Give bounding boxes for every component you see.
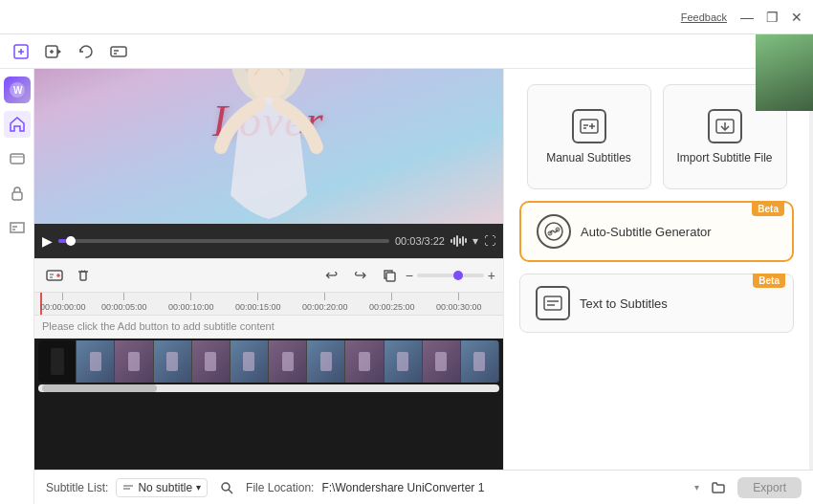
main-area: W	[0, 69, 813, 504]
manual-subtitles-card[interactable]: Manual Subtitles	[527, 84, 651, 189]
subtitle-add-button[interactable]	[42, 263, 67, 288]
auto-subtitle-beta-badge: Beta	[752, 202, 784, 216]
svg-rect-38	[544, 296, 561, 310]
manual-subtitles-label: Manual Subtitles	[546, 151, 631, 164]
subtitle-options-row: Manual Subtitles Import Subtitle File	[519, 84, 794, 189]
subtitle-select-value: No subtitle	[138, 481, 192, 494]
window-controls: — ❐ ✕	[738, 9, 805, 26]
audio-options-button[interactable]: ▾	[472, 234, 478, 248]
video-controls: ▶ 00:03/3:22 ▾	[34, 224, 503, 258]
svg-line-44	[229, 490, 232, 493]
fullscreen-button[interactable]: ⛶	[484, 234, 495, 248]
bottom-bar: Subtitle List: No subtitle ▾ File Locati…	[34, 470, 813, 504]
ruler-mark-5: 00:00:25:00	[369, 293, 415, 312]
thumb-1	[77, 340, 115, 383]
ruler-mark-3: 00:00:15:00	[235, 293, 281, 312]
export-button[interactable]: Export	[737, 477, 802, 498]
refresh-icon[interactable]	[73, 38, 99, 65]
text-subtitle-beta-badge: Beta	[753, 274, 785, 288]
progress-indicator	[66, 236, 76, 246]
svg-point-43	[222, 483, 230, 491]
sidebar-item-home[interactable]	[4, 111, 31, 138]
video-section: Lover	[34, 69, 503, 470]
thumbnail-corner	[756, 69, 809, 111]
toolbar	[0, 34, 813, 69]
manual-subtitle-icon	[572, 109, 606, 143]
import-subtitle-icon	[708, 109, 742, 143]
thumb-0	[38, 340, 77, 383]
zoom-slider[interactable]	[417, 274, 484, 277]
edit-toolbar: ↩ ↪ − +	[34, 258, 503, 293]
minimize-button[interactable]: —	[738, 9, 756, 26]
restore-button[interactable]: ❐	[763, 9, 780, 26]
subtitle-dropdown-icon: ▾	[196, 482, 201, 493]
subtitle-track: Please click the Add button to add subti…	[34, 316, 503, 339]
svg-rect-7	[111, 47, 126, 56]
svg-line-25	[81, 270, 82, 272]
svg-rect-14	[12, 192, 22, 200]
right-panel: Manual Subtitles Import Subtitle File	[503, 69, 809, 470]
thumb-9	[385, 340, 423, 383]
play-button[interactable]: ▶	[42, 233, 53, 249]
subtitle-list-select[interactable]: No subtitle ▾	[116, 478, 208, 497]
file-path-value: F:\Wondershare UniConverter 1	[321, 481, 687, 494]
left-sidebar: W	[0, 69, 34, 504]
file-location-label: File Location:	[246, 481, 314, 494]
timeline-scrollbar[interactable]	[38, 384, 499, 392]
app-logo: W	[4, 77, 31, 103]
new-project-icon[interactable]	[8, 38, 34, 65]
import-subtitle-label: Import Subtitle File	[676, 151, 772, 164]
zoom-in-icon[interactable]: +	[488, 268, 495, 283]
ruler-mark-0: 00:00:00:00	[40, 293, 86, 312]
svg-marker-4	[57, 49, 61, 55]
add-video-icon[interactable]	[40, 38, 67, 65]
zoom-out-icon[interactable]: −	[406, 268, 413, 283]
ruler-mark-6: 00:00:30:00	[436, 293, 482, 312]
ruler-mark-1: 00:00:05:00	[101, 293, 147, 312]
svg-text:W: W	[13, 85, 23, 96]
waveform-icon	[450, 235, 467, 247]
undo-button[interactable]: ↩	[319, 263, 344, 288]
file-path-dropdown-icon[interactable]: ▾	[694, 482, 699, 493]
time-display: 00:03/3:22	[395, 235, 445, 247]
timeline-ruler: 00:00:00:00 00:00:05:00 00:00:10:00 00:0…	[34, 293, 503, 316]
redo-button[interactable]: ↪	[348, 263, 373, 288]
close-button[interactable]: ✕	[788, 9, 805, 26]
thumbnail-strip	[38, 340, 499, 383]
copy-button[interactable]	[377, 263, 402, 288]
timeline-hint: Please click the Add button to add subti…	[42, 320, 275, 332]
feedback-link[interactable]: Feedback	[681, 11, 727, 23]
auto-subtitle-label: Auto-Subtitle Generator	[581, 225, 712, 239]
thumb-7	[307, 340, 345, 383]
video-track	[38, 340, 499, 383]
auto-subtitle-icon	[537, 214, 571, 249]
auto-subtitle-card[interactable]: Beta Auto-Subtitle Generator	[519, 201, 794, 262]
content-area: Lover	[34, 69, 813, 504]
edit-toolbar-right: ↩ ↪ − +	[319, 263, 495, 288]
folder-button[interactable]	[707, 476, 730, 499]
thumb-4	[192, 340, 231, 383]
thumb-2	[115, 340, 153, 383]
zoom-slider-container: − +	[406, 268, 495, 283]
subtitle-list-label: Subtitle List:	[46, 481, 108, 494]
text-to-subtitle-label: Text to Subtitles	[580, 296, 668, 311]
sidebar-item-subtitle[interactable]	[4, 214, 31, 241]
sidebar-item-lock[interactable]	[4, 180, 31, 207]
progress-bar[interactable]	[58, 239, 389, 243]
ruler-mark-4: 00:00:20:00	[302, 293, 348, 312]
video-background: Lover	[34, 69, 503, 224]
title-bar: Feedback — ❐ ✕	[0, 0, 813, 34]
sidebar-item-media[interactable]	[4, 145, 31, 172]
scrollbar-thumb	[42, 384, 157, 392]
text-to-subtitle-card[interactable]: Beta Text to Subtitles	[519, 274, 794, 333]
search-button[interactable]	[215, 476, 238, 499]
ruler-mark-2: 00:00:10:00	[168, 293, 214, 312]
svg-rect-12	[11, 154, 24, 164]
text-subtitle-icon	[536, 286, 570, 320]
video-container: Lover	[34, 69, 503, 224]
delete-button[interactable]	[71, 263, 96, 288]
thumb-3	[154, 340, 192, 383]
subtitle-settings-icon[interactable]	[105, 38, 132, 65]
thumb-8	[345, 340, 384, 383]
subtitle-select-icon	[122, 482, 134, 493]
